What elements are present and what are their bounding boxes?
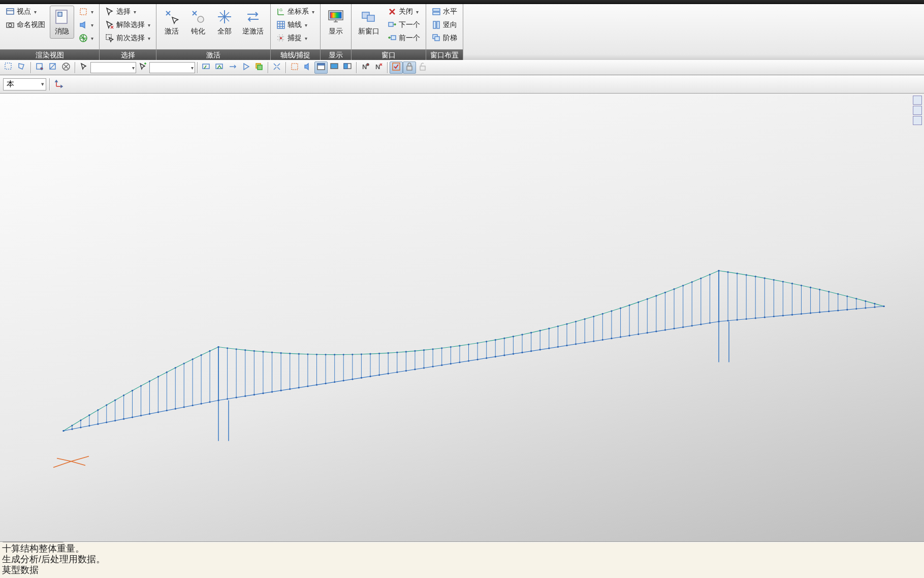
- svg-point-366: [700, 323, 702, 325]
- svg-line-89: [379, 353, 389, 353]
- vertical-button[interactable]: 竖向: [429, 19, 460, 31]
- tb-btn-17[interactable]: [328, 62, 341, 74]
- tb-btn-16[interactable]: [314, 62, 328, 74]
- tb-btn-1[interactable]: [2, 62, 15, 74]
- inactivate-button[interactable]: 钝化: [186, 6, 210, 39]
- tb-btn-13[interactable]: [270, 62, 283, 74]
- svg-point-186: [175, 408, 176, 410]
- viewpoint-button[interactable]: 视点 ▾: [3, 6, 48, 18]
- svg-line-139: [829, 292, 838, 294]
- select-button[interactable]: 选择▾: [103, 6, 153, 18]
- tb-btn-10[interactable]: [226, 62, 239, 74]
- svg-point-354: [664, 329, 666, 331]
- view-cube[interactable]: [913, 96, 922, 125]
- tb-btn-18[interactable]: [341, 62, 354, 74]
- prev-window-button[interactable]: 前一个: [385, 32, 423, 44]
- svg-point-255: [369, 376, 371, 377]
- vc-2[interactable]: [913, 106, 922, 115]
- tb-btn-12[interactable]: [252, 62, 266, 74]
- horizontal-button[interactable]: 水平: [429, 6, 460, 18]
- grid-button[interactable]: 轴线▾: [274, 19, 317, 31]
- reverse-activate-button[interactable]: 逆激活: [239, 6, 267, 39]
- svg-point-338: [620, 308, 621, 309]
- group-select: 选择▾ 解除选择▾ 前次选择▾ 选择: [100, 4, 156, 60]
- elem-icon: [48, 62, 57, 73]
- svg-line-94: [424, 349, 433, 350]
- svg-line-57: [98, 405, 107, 410]
- tb-btn-11[interactable]: [239, 62, 252, 74]
- tb-btn-22[interactable]: [403, 62, 416, 74]
- svg-line-135: [792, 284, 801, 286]
- svg-point-224: [280, 352, 282, 354]
- prev-select-button[interactable]: 前次选择▾: [103, 32, 153, 44]
- svg-point-386: [755, 276, 756, 277]
- group-label-window: 窗口: [352, 49, 426, 60]
- svg-line-93: [415, 350, 424, 351]
- render-opt1-button[interactable]: ▾: [76, 6, 96, 18]
- snap-button[interactable]: 捕捉▾: [274, 32, 317, 44]
- render-opt3-button[interactable]: ▾: [76, 32, 96, 44]
- tb-dropdown-2[interactable]: [149, 62, 195, 73]
- windows-icon: [360, 8, 377, 25]
- horizontal-label: 水平: [443, 7, 457, 16]
- svg-point-387: [755, 317, 756, 319]
- tb-btn-14[interactable]: [288, 62, 301, 74]
- tb-btn-2[interactable]: [15, 62, 28, 74]
- svg-point-350: [655, 295, 657, 296]
- tb-dropdown-1[interactable]: [90, 62, 136, 73]
- model-viewport[interactable]: [0, 94, 924, 542]
- render-opt2-button[interactable]: ▾: [76, 19, 96, 31]
- svg-point-249: [352, 378, 353, 380]
- tb-btn-21[interactable]: [390, 62, 403, 74]
- tb-btn-5[interactable]: [59, 62, 73, 74]
- vc-3[interactable]: [913, 116, 922, 125]
- tb-btn-20[interactable]: N: [372, 62, 385, 74]
- cursor-small-icon: [79, 62, 88, 73]
- svg-point-290: [476, 342, 478, 344]
- svg-point-183: [166, 410, 168, 411]
- svg-rect-32: [292, 64, 298, 70]
- svg-line-99: [469, 343, 478, 345]
- named-view-button[interactable]: 命名视图: [3, 19, 48, 31]
- monitor-icon: [327, 8, 344, 25]
- svg-point-327: [584, 342, 586, 343]
- svg-point-203: [217, 346, 219, 348]
- tb-btn-9[interactable]: [213, 62, 226, 74]
- tb-btn-19[interactable]: N: [359, 62, 372, 74]
- svg-point-330: [593, 341, 594, 342]
- activate-all-button[interactable]: 全部: [212, 6, 237, 39]
- svg-line-117: [629, 302, 639, 305]
- close-window-button[interactable]: 关闭▾: [385, 6, 423, 18]
- tb-btn-7[interactable]: [136, 62, 149, 74]
- svg-point-278: [441, 347, 442, 349]
- new-window-button[interactable]: 新窗口: [355, 6, 383, 39]
- svg-line-55: [81, 415, 89, 420]
- svg-line-134: [783, 282, 792, 284]
- display-button[interactable]: 显示: [324, 6, 348, 39]
- vc-1[interactable]: [913, 96, 922, 105]
- tb-btn-23[interactable]: [416, 62, 429, 74]
- svg-point-206: [227, 347, 228, 349]
- hide-button[interactable]: 消隐: [50, 6, 74, 39]
- svg-line-72: [228, 348, 237, 349]
- coord-button[interactable]: G坐标系▾: [274, 6, 317, 18]
- deselect-button[interactable]: 解除选择▾: [103, 19, 153, 31]
- next-window-button[interactable]: 下一个: [385, 19, 423, 31]
- sub-btn[interactable]: [53, 78, 66, 90]
- tb-btn-15[interactable]: [301, 62, 314, 74]
- svg-point-237: [316, 384, 317, 385]
- tb-btn-3[interactable]: [33, 62, 46, 74]
- svg-line-101: [487, 340, 496, 342]
- svg-point-164: [114, 400, 116, 401]
- svg-line-54: [72, 420, 81, 425]
- sub-dropdown[interactable]: 本: [3, 78, 46, 90]
- tb-btn-6[interactable]: [77, 62, 90, 74]
- svg-line-123: [683, 282, 692, 286]
- prev-icon: [388, 34, 397, 43]
- activate-button[interactable]: 激活: [160, 6, 184, 39]
- svg-point-402: [801, 313, 802, 315]
- tb-btn-8[interactable]: [200, 62, 213, 74]
- tb-btn-4[interactable]: [46, 62, 59, 74]
- svg-line-71: [218, 347, 228, 348]
- cascade-button[interactable]: 阶梯: [429, 32, 460, 44]
